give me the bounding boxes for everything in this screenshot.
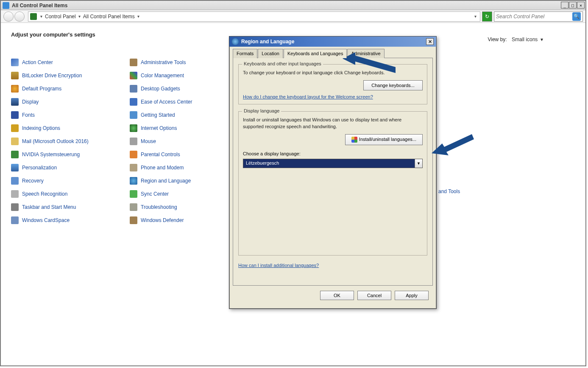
apply-button[interactable]: Apply	[395, 291, 429, 300]
combo-selected: Lëtzebuergesch	[243, 159, 415, 168]
tab-location[interactable]: Location	[258, 49, 283, 58]
cp-item-label: Default Programs	[22, 86, 61, 92]
refresh-button[interactable]: ↻	[482, 11, 492, 22]
cp-item[interactable]: Display	[11, 95, 130, 108]
search-input[interactable]	[496, 14, 572, 20]
cp-item-label: Parental Controls	[141, 152, 180, 157]
cp-item-icon	[11, 164, 19, 171]
cp-item-label: Indexing Options	[22, 125, 60, 131]
breadcrumb-sep: ▾	[77, 14, 82, 19]
cp-item-label: Phone and Modem	[141, 165, 184, 171]
control-panel-icon	[30, 13, 37, 20]
cp-item-icon	[11, 216, 19, 224]
ok-button[interactable]: OK	[320, 291, 354, 300]
address-bar[interactable]: ▾ Control Panel ▾ All Control Panel Item…	[28, 11, 480, 22]
breadcrumb-sep: ▾	[136, 14, 141, 19]
group-display-language: Display language Install or uninstall la…	[238, 111, 427, 256]
address-dropdown[interactable]: ▾	[473, 14, 478, 19]
cp-item-icon	[11, 124, 19, 132]
cp-item[interactable]: Personalization	[11, 161, 130, 174]
cp-item-icon	[130, 138, 137, 145]
cp-item[interactable]: Default Programs	[11, 82, 130, 95]
cp-item-label: Fonts	[22, 112, 35, 118]
bg-item-partial[interactable]: and Tools	[438, 188, 460, 194]
cp-item-label: Speech Recognition	[22, 191, 67, 197]
breadcrumb-seg1[interactable]: Control Panel	[44, 14, 77, 20]
cp-item-icon	[130, 98, 137, 106]
change-keyboards-button[interactable]: Change keyboards...	[363, 80, 423, 90]
cp-item[interactable]: Indexing Options	[11, 121, 130, 135]
cp-item-icon	[130, 203, 137, 211]
cancel-button[interactable]: Cancel	[357, 291, 391, 300]
breadcrumb-sep: ▾	[39, 14, 44, 19]
display-language-combo[interactable]: Lëtzebuergesch ▼	[243, 159, 423, 168]
group-display-text: Install or uninstall languages that Wind…	[243, 117, 423, 130]
dialog-title: Region and Language	[241, 39, 294, 45]
cp-item-icon	[11, 98, 19, 106]
cp-item[interactable]: Taskbar and Start Menu	[11, 200, 130, 213]
install-languages-button[interactable]: Install/uninstall languages...	[345, 134, 423, 145]
cp-item[interactable]: Mail (Microsoft Outlook 2016)	[11, 135, 130, 148]
cp-item-icon	[130, 72, 137, 79]
close-button[interactable]: ✕	[577, 2, 585, 8]
cp-item-label: Taskbar and Start Menu	[22, 204, 76, 210]
cp-item-label: Recovery	[22, 178, 44, 184]
region-language-dialog: Region and Language ✕ Formats Location K…	[229, 36, 437, 309]
cp-item-icon	[11, 203, 19, 211]
search-icon[interactable]: 🔍	[572, 12, 581, 21]
combo-dropdown-button[interactable]: ▼	[415, 159, 422, 168]
group-keyboards-text: To change your keyboard or input languag…	[243, 70, 423, 76]
cp-item-icon	[11, 177, 19, 185]
dialog-title-bar: Region and Language ✕	[229, 37, 436, 47]
tab-keyboards-languages[interactable]: Keyboards and Languages	[284, 49, 347, 58]
cp-item-label: BitLocker Drive Encryption	[22, 73, 82, 79]
cp-item-label: Mouse	[141, 138, 156, 144]
breadcrumb-seg2[interactable]: All Control Panel Items	[82, 14, 136, 20]
tab-administrative[interactable]: Administrative	[347, 49, 384, 58]
back-button[interactable]	[3, 11, 14, 22]
cp-item-icon	[130, 177, 137, 185]
window-title-bar: All Control Panel Items _ □ ✕	[1, 1, 585, 10]
install-additional-languages-link[interactable]: How can I install additional languages?	[238, 263, 319, 268]
cp-item[interactable]: Speech Recognition	[11, 187, 130, 200]
cp-item-icon	[11, 72, 19, 79]
cp-item-label: Personalization	[22, 165, 57, 171]
cp-item-label: Mail (Microsoft Outlook 2016)	[22, 138, 89, 144]
cp-item-icon	[11, 111, 19, 119]
shield-icon	[351, 137, 357, 143]
cp-item-icon	[11, 151, 19, 158]
group-keyboards-title: Keyboards and other input languages	[242, 61, 323, 66]
keyboard-layout-help-link[interactable]: How do I change the keyboard layout for …	[243, 94, 373, 99]
dialog-tabs: Formats Location Keyboards and Languages…	[233, 48, 433, 58]
minimize-button[interactable]: _	[561, 2, 568, 8]
cp-item-icon	[130, 111, 137, 119]
cp-item-icon	[130, 124, 137, 132]
maximize-button[interactable]: □	[569, 2, 577, 8]
tab-formats[interactable]: Formats	[233, 49, 257, 58]
cp-item[interactable]: Windows CardSpace	[11, 213, 130, 227]
cp-item-icon	[130, 85, 137, 93]
globe-icon	[232, 38, 239, 45]
cp-item-label: NVIDIA Systemsteuerung	[22, 152, 80, 157]
cp-item-label: Action Center	[22, 59, 53, 65]
cp-item[interactable]: Fonts	[11, 108, 130, 121]
cp-item[interactable]: NVIDIA Systemsteuerung	[11, 148, 130, 161]
cp-item[interactable]: BitLocker Drive Encryption	[11, 69, 130, 82]
cp-item-label: Display	[22, 99, 39, 105]
cp-item-icon	[130, 190, 137, 198]
cp-item[interactable]: Recovery	[11, 174, 130, 187]
nav-bar: ▾ Control Panel ▾ All Control Panel Item…	[1, 10, 585, 23]
cp-item-label: Sync Center	[141, 191, 169, 197]
cp-item-icon	[11, 59, 19, 66]
search-box[interactable]: 🔍	[494, 11, 583, 22]
dialog-close-button[interactable]: ✕	[426, 38, 434, 45]
view-by-value[interactable]: Small icons ▾	[512, 37, 543, 42]
forward-button[interactable]	[14, 11, 25, 22]
cp-item-icon	[11, 85, 19, 93]
cp-item-icon	[11, 138, 19, 145]
cp-item-label: Getting Started	[141, 112, 175, 118]
cp-item-label: Windows CardSpace	[22, 217, 70, 223]
cp-item[interactable]: Action Center	[11, 56, 130, 69]
cp-item-label: Desktop Gadgets	[141, 86, 180, 92]
cp-item-icon	[130, 151, 137, 158]
